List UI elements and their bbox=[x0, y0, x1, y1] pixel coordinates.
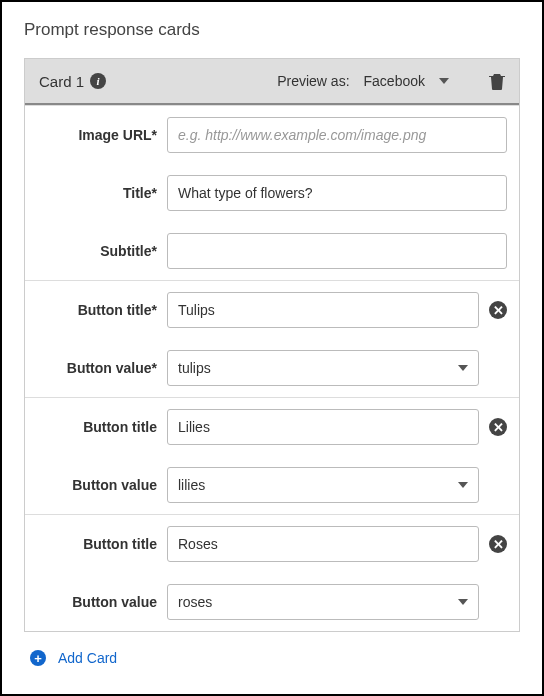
button-value-text: lilies bbox=[178, 477, 205, 493]
title-input[interactable] bbox=[167, 175, 507, 211]
button-value-label: Button value bbox=[37, 477, 157, 493]
button-value-text: tulips bbox=[178, 360, 211, 376]
button-section-1: Button title ✕ Button value lilies bbox=[25, 397, 519, 514]
preview-as-select[interactable]: Facebook bbox=[360, 71, 453, 91]
subtitle-label: Subtitle* bbox=[37, 243, 157, 259]
preview-as-label: Preview as: bbox=[277, 73, 349, 89]
remove-button-icon[interactable]: ✕ bbox=[489, 535, 507, 553]
button-value-label: Button value* bbox=[37, 360, 157, 376]
button-title-input[interactable] bbox=[167, 526, 479, 562]
caret-down-icon bbox=[439, 78, 449, 84]
button-title-input[interactable] bbox=[167, 292, 479, 328]
button-section-2: Button title ✕ Button value roses bbox=[25, 514, 519, 631]
image-url-row: Image URL* bbox=[25, 106, 519, 164]
button-value-row: Button value* tulips bbox=[25, 339, 519, 397]
subtitle-input[interactable] bbox=[167, 233, 507, 269]
button-title-label: Button title bbox=[37, 536, 157, 552]
button-title-label: Button title bbox=[37, 419, 157, 435]
caret-down-icon bbox=[458, 482, 468, 488]
card-container: Card 1 i Preview as: Facebook Image URL*… bbox=[24, 58, 520, 632]
button-title-label: Button title* bbox=[37, 302, 157, 318]
button-value-select[interactable]: tulips bbox=[167, 350, 479, 386]
remove-button-icon[interactable]: ✕ bbox=[489, 301, 507, 319]
button-title-row: Button title ✕ bbox=[25, 398, 519, 456]
title-label: Title* bbox=[37, 185, 157, 201]
button-value-text: roses bbox=[178, 594, 212, 610]
button-title-row: Button title* ✕ bbox=[25, 281, 519, 339]
card-details-section: Image URL* Title* Subtitle* bbox=[25, 105, 519, 280]
add-card-label: Add Card bbox=[58, 650, 117, 666]
plus-circle-icon: + bbox=[30, 650, 46, 666]
image-url-label: Image URL* bbox=[37, 127, 157, 143]
preview-as-value: Facebook bbox=[364, 73, 425, 89]
caret-down-icon bbox=[458, 365, 468, 371]
add-card-button[interactable]: + Add Card bbox=[24, 650, 520, 666]
title-row: Title* bbox=[25, 164, 519, 222]
button-section-0: Button title* ✕ Button value* tulips bbox=[25, 280, 519, 397]
button-value-row: Button value lilies bbox=[25, 456, 519, 514]
trash-icon[interactable] bbox=[489, 72, 505, 90]
remove-button-icon[interactable]: ✕ bbox=[489, 418, 507, 436]
button-title-row: Button title ✕ bbox=[25, 515, 519, 573]
caret-down-icon bbox=[458, 599, 468, 605]
image-url-input[interactable] bbox=[167, 117, 507, 153]
button-title-input[interactable] bbox=[167, 409, 479, 445]
button-value-select[interactable]: lilies bbox=[167, 467, 479, 503]
button-value-select[interactable]: roses bbox=[167, 584, 479, 620]
button-value-label: Button value bbox=[37, 594, 157, 610]
card-header: Card 1 i Preview as: Facebook bbox=[25, 59, 519, 105]
subtitle-row: Subtitle* bbox=[25, 222, 519, 280]
section-title: Prompt response cards bbox=[24, 20, 520, 40]
preview-group: Preview as: Facebook bbox=[277, 71, 453, 91]
button-value-row: Button value roses bbox=[25, 573, 519, 631]
info-icon[interactable]: i bbox=[90, 73, 106, 89]
card-name: Card 1 bbox=[39, 73, 84, 90]
